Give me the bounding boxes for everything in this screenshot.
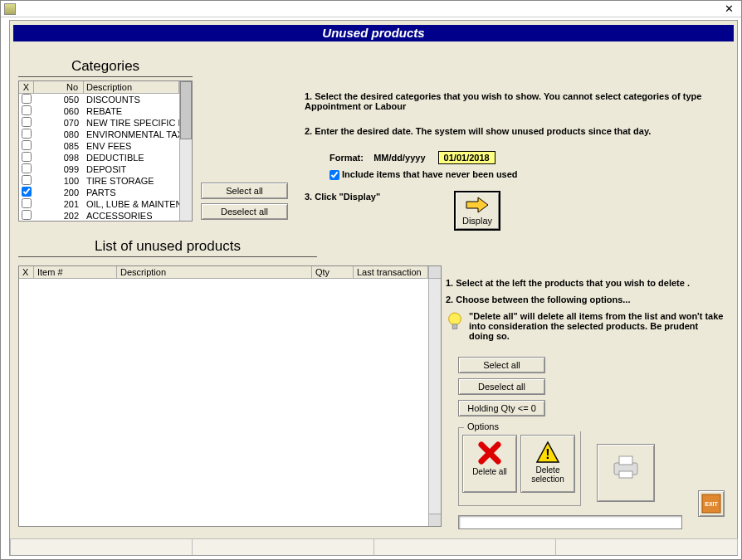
bottom-tab-strip: [10, 538, 737, 555]
options-group-label: Options: [464, 421, 585, 431]
category-checkbox[interactable]: [22, 198, 32, 208]
col-header-no[interactable]: No: [34, 81, 84, 93]
print-button[interactable]: [597, 444, 655, 502]
date-input[interactable]: 01/01/2018: [438, 151, 495, 164]
category-checkbox[interactable]: [22, 94, 32, 104]
category-checkbox[interactable]: [22, 175, 32, 185]
include-never-row: Include items that have never been used: [330, 169, 725, 180]
bottom-tab[interactable]: [555, 538, 738, 555]
svg-text:!: !: [545, 447, 549, 461]
display-button-label: Display: [462, 216, 492, 226]
categories-section: Categories X No Description 050DISCOUNTS…: [18, 58, 193, 222]
include-never-checkbox[interactable]: [330, 170, 339, 180]
category-no: 201: [34, 199, 84, 209]
pcol-header-check[interactable]: X: [19, 266, 34, 278]
delete-selection-button[interactable]: ! Delete selection: [520, 435, 575, 493]
category-checkbox[interactable]: [22, 105, 32, 115]
category-desc: TIRE STORAGE: [84, 176, 179, 186]
category-checkbox[interactable]: [22, 152, 32, 162]
pcol-header-qty[interactable]: Qty: [312, 266, 354, 278]
delete-all-button[interactable]: Delete all: [462, 435, 517, 493]
app-window: ✕ Unused products Categories X No Descri…: [0, 0, 742, 560]
svg-marker-0: [466, 197, 488, 212]
arrow-right-icon: [465, 196, 490, 214]
select-all-categories-button[interactable]: Select all: [201, 183, 288, 199]
col-header-description[interactable]: Description: [84, 81, 179, 93]
category-desc: PARTS: [84, 187, 179, 197]
svg-rect-7: [619, 471, 632, 478]
category-no: 050: [34, 95, 84, 105]
category-no: 202: [34, 211, 84, 221]
bottom-tab[interactable]: [10, 538, 193, 555]
category-desc: ENVIRONMENTAL TAX: [84, 129, 179, 139]
format-value: MM/dd/yyyy: [373, 153, 425, 163]
category-no: 085: [34, 141, 84, 151]
svg-text:EXIT: EXIT: [705, 501, 718, 507]
bottom-tab[interactable]: [192, 538, 374, 555]
holding-qty-button[interactable]: Holding Qty <= 0: [458, 400, 545, 416]
category-checkbox[interactable]: [22, 129, 32, 139]
category-desc: ENV FEES: [84, 141, 179, 151]
pcol-header-last[interactable]: Last transaction: [354, 266, 428, 278]
categories-heading: Categories: [18, 58, 193, 77]
category-checkbox[interactable]: [22, 187, 32, 197]
category-no: 100: [34, 176, 84, 186]
products-scrollbar[interactable]: [428, 266, 441, 526]
category-row[interactable]: 098DEDUCTIBLE: [19, 152, 179, 163]
pcol-header-item[interactable]: Item #: [34, 266, 117, 278]
category-desc: OIL, LUBE & MAINTENA: [84, 199, 179, 209]
category-checkbox[interactable]: [22, 140, 32, 150]
category-row[interactable]: 060REBATE: [19, 105, 179, 117]
instruction-step1: 1. Select the desired categories that yo…: [305, 91, 725, 111]
exit-button[interactable]: EXIT: [698, 490, 725, 517]
category-desc: REBATE: [84, 106, 179, 116]
category-desc: DISCOUNTS: [84, 95, 179, 105]
client-area: Unused products Categories X No Descript…: [9, 20, 738, 556]
category-checkbox[interactable]: [22, 117, 32, 127]
category-row[interactable]: 200PARTS: [19, 187, 179, 198]
scrollbar-thumb[interactable]: [180, 81, 192, 139]
category-row[interactable]: 100TIRE STORAGE: [19, 175, 179, 187]
category-row[interactable]: 085ENV FEES: [19, 140, 179, 152]
instructions-panel: 1. Select the desired categories that yo…: [305, 91, 725, 217]
svg-point-1: [449, 313, 461, 325]
category-row[interactable]: 099DEPOSIT: [19, 163, 179, 175]
options-group: Options Delete all ! Delete selection: [458, 427, 581, 506]
category-no: 060: [34, 106, 84, 116]
status-field[interactable]: [458, 515, 682, 529]
categories-scrollbar[interactable]: [179, 81, 192, 221]
instruction-step3: 3. Click "Display": [305, 192, 725, 202]
category-row[interactable]: 201OIL, LUBE & MAINTENA: [19, 198, 179, 210]
delete-all-label: Delete all: [463, 467, 516, 476]
category-desc: DEDUCTIBLE: [84, 153, 179, 163]
tip-text: "Delete all" will delete all items from …: [469, 311, 725, 341]
category-checkbox[interactable]: [22, 210, 32, 220]
category-row[interactable]: 050DISCOUNTS: [19, 94, 179, 105]
instruction-step2: 2. Enter the desired date. The system wi…: [305, 126, 725, 136]
include-never-label: Include items that have never been used: [342, 169, 518, 179]
warning-icon: !: [535, 441, 560, 464]
title-bar: ✕: [1, 1, 741, 17]
col-header-check[interactable]: X: [19, 81, 34, 93]
category-no: 099: [34, 164, 84, 174]
bottom-tab[interactable]: [373, 538, 556, 555]
category-row[interactable]: 080ENVIRONMENTAL TAX: [19, 129, 179, 140]
select-all-products-button[interactable]: Select all: [458, 357, 545, 373]
products-table: X Item # Description Qty Last transactio…: [18, 265, 442, 527]
right-instructions: 1. Select at the left the products that …: [446, 278, 725, 341]
category-no: 070: [34, 118, 84, 128]
category-row[interactable]: 202ACCESSORIES: [19, 210, 179, 221]
category-row[interactable]: 070NEW TIRE SPECIFIC D: [19, 117, 179, 129]
category-desc: ACCESSORIES: [84, 211, 179, 221]
display-button[interactable]: Display: [454, 191, 500, 231]
date-format-row: Format: MM/dd/yyyy 01/01/2018: [330, 151, 725, 164]
delete-x-icon: [477, 441, 502, 465]
close-button[interactable]: ✕: [720, 2, 738, 16]
category-checkbox[interactable]: [22, 163, 32, 173]
category-no: 080: [34, 129, 84, 139]
categories-table: X No Description 050DISCOUNTS060REBATE07…: [18, 80, 193, 222]
pcol-header-description[interactable]: Description: [117, 266, 312, 278]
deselect-all-categories-button[interactable]: Deselect all: [201, 203, 288, 220]
categories-header-row: X No Description: [19, 81, 179, 94]
deselect-all-products-button[interactable]: Deselect all: [458, 378, 545, 395]
